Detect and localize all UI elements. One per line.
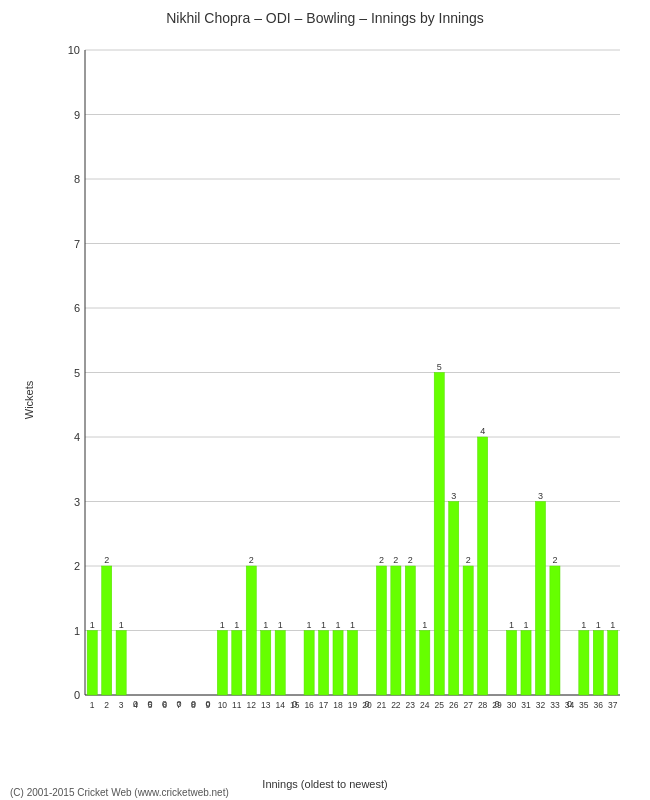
- svg-text:6: 6: [74, 302, 80, 314]
- svg-text:3: 3: [538, 491, 543, 501]
- svg-text:1: 1: [220, 620, 225, 630]
- svg-text:1: 1: [596, 620, 601, 630]
- svg-text:9: 9: [206, 700, 211, 710]
- svg-rect-119: [593, 631, 603, 696]
- svg-text:1: 1: [90, 700, 95, 710]
- svg-text:19: 19: [348, 700, 358, 710]
- svg-text:4: 4: [74, 431, 80, 443]
- chart-title: Nikhil Chopra – ODI – Bowling – Innings …: [0, 0, 650, 31]
- svg-text:7: 7: [177, 700, 182, 710]
- footer-text: (C) 2001-2015 Cricket Web (www.cricketwe…: [10, 787, 229, 798]
- svg-text:34: 34: [565, 700, 575, 710]
- svg-text:25: 25: [435, 700, 445, 710]
- y-axis-label: Wickets: [23, 381, 35, 420]
- svg-text:8: 8: [74, 173, 80, 185]
- svg-rect-97: [478, 437, 488, 695]
- chart-container: Nikhil Chopra – ODI – Bowling – Innings …: [0, 0, 650, 800]
- svg-text:24: 24: [420, 700, 430, 710]
- svg-text:5: 5: [74, 367, 80, 379]
- svg-text:22: 22: [391, 700, 401, 710]
- svg-text:1: 1: [321, 620, 326, 630]
- svg-text:20: 20: [362, 700, 372, 710]
- svg-text:32: 32: [536, 700, 546, 710]
- svg-text:16: 16: [304, 700, 314, 710]
- svg-text:2: 2: [74, 560, 80, 572]
- svg-rect-85: [420, 631, 430, 696]
- svg-text:17: 17: [319, 700, 329, 710]
- svg-text:1: 1: [263, 620, 268, 630]
- svg-text:1: 1: [350, 620, 355, 630]
- svg-text:15: 15: [290, 700, 300, 710]
- chart-area: 0123456789101122130405060708091101112121…: [55, 40, 630, 730]
- svg-text:6: 6: [162, 700, 167, 710]
- svg-rect-68: [333, 631, 343, 696]
- svg-text:10: 10: [218, 700, 228, 710]
- svg-text:13: 13: [261, 700, 271, 710]
- svg-text:2: 2: [552, 555, 557, 565]
- svg-text:0: 0: [74, 689, 80, 701]
- svg-text:1: 1: [278, 620, 283, 630]
- svg-text:23: 23: [406, 700, 416, 710]
- svg-rect-30: [116, 631, 126, 696]
- svg-rect-45: [217, 631, 227, 696]
- svg-text:33: 33: [550, 700, 560, 710]
- svg-rect-88: [434, 373, 444, 696]
- svg-rect-48: [232, 631, 242, 696]
- svg-text:4: 4: [133, 700, 138, 710]
- svg-text:1: 1: [234, 620, 239, 630]
- svg-rect-105: [521, 631, 531, 696]
- svg-rect-82: [405, 566, 415, 695]
- svg-text:31: 31: [521, 700, 531, 710]
- svg-text:36: 36: [594, 700, 604, 710]
- svg-text:2: 2: [249, 555, 254, 565]
- x-axis-label: Innings (oldest to newest): [262, 778, 387, 790]
- svg-text:10: 10: [68, 44, 80, 56]
- svg-text:35: 35: [579, 700, 589, 710]
- svg-rect-76: [376, 566, 386, 695]
- svg-rect-122: [608, 631, 618, 696]
- svg-rect-108: [535, 502, 545, 696]
- svg-rect-71: [347, 631, 357, 696]
- svg-text:1: 1: [581, 620, 586, 630]
- svg-text:1: 1: [90, 620, 95, 630]
- svg-text:1: 1: [119, 620, 124, 630]
- svg-rect-51: [246, 566, 256, 695]
- svg-text:14: 14: [275, 700, 285, 710]
- svg-text:2: 2: [104, 700, 109, 710]
- svg-text:2: 2: [393, 555, 398, 565]
- svg-rect-94: [463, 566, 473, 695]
- svg-text:1: 1: [509, 620, 514, 630]
- svg-text:2: 2: [408, 555, 413, 565]
- svg-rect-27: [102, 566, 112, 695]
- svg-text:1: 1: [422, 620, 427, 630]
- svg-text:30: 30: [507, 700, 517, 710]
- svg-text:37: 37: [608, 700, 618, 710]
- svg-rect-79: [391, 566, 401, 695]
- svg-text:7: 7: [74, 238, 80, 250]
- svg-text:3: 3: [74, 496, 80, 508]
- svg-text:12: 12: [247, 700, 257, 710]
- svg-rect-102: [506, 631, 516, 696]
- svg-rect-111: [550, 566, 560, 695]
- svg-text:1: 1: [307, 620, 312, 630]
- svg-text:28: 28: [478, 700, 488, 710]
- svg-text:27: 27: [463, 700, 473, 710]
- svg-rect-116: [579, 631, 589, 696]
- chart-svg: 0123456789101122130405060708091101112121…: [55, 40, 630, 730]
- svg-rect-91: [449, 502, 459, 696]
- svg-rect-62: [304, 631, 314, 696]
- svg-text:8: 8: [191, 700, 196, 710]
- svg-text:2: 2: [466, 555, 471, 565]
- svg-text:26: 26: [449, 700, 459, 710]
- svg-rect-24: [87, 631, 97, 696]
- svg-text:5: 5: [437, 362, 442, 372]
- svg-text:1: 1: [610, 620, 615, 630]
- svg-text:2: 2: [379, 555, 384, 565]
- svg-text:11: 11: [232, 700, 242, 710]
- svg-text:3: 3: [451, 491, 456, 501]
- svg-text:9: 9: [74, 109, 80, 121]
- svg-text:1: 1: [74, 625, 80, 637]
- svg-text:1: 1: [524, 620, 529, 630]
- svg-text:29: 29: [492, 700, 502, 710]
- svg-text:1: 1: [336, 620, 341, 630]
